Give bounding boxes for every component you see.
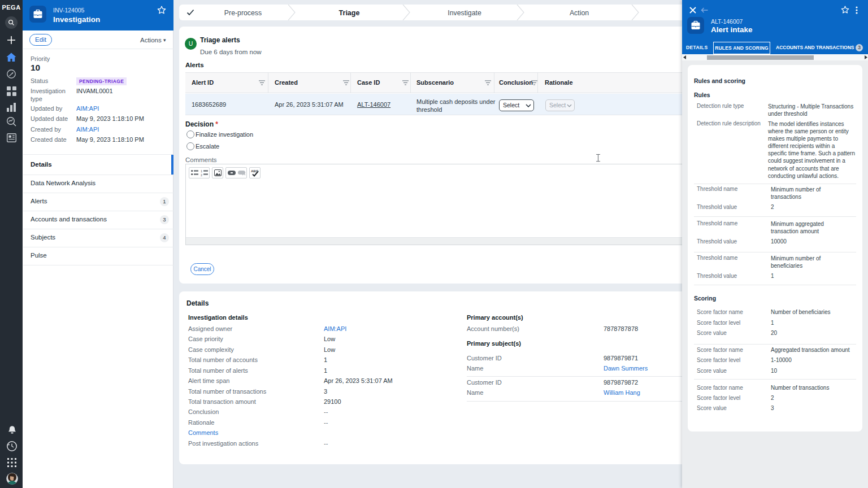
svg-text:1: 1 <box>201 169 202 173</box>
svg-text:2: 2 <box>201 173 202 176</box>
